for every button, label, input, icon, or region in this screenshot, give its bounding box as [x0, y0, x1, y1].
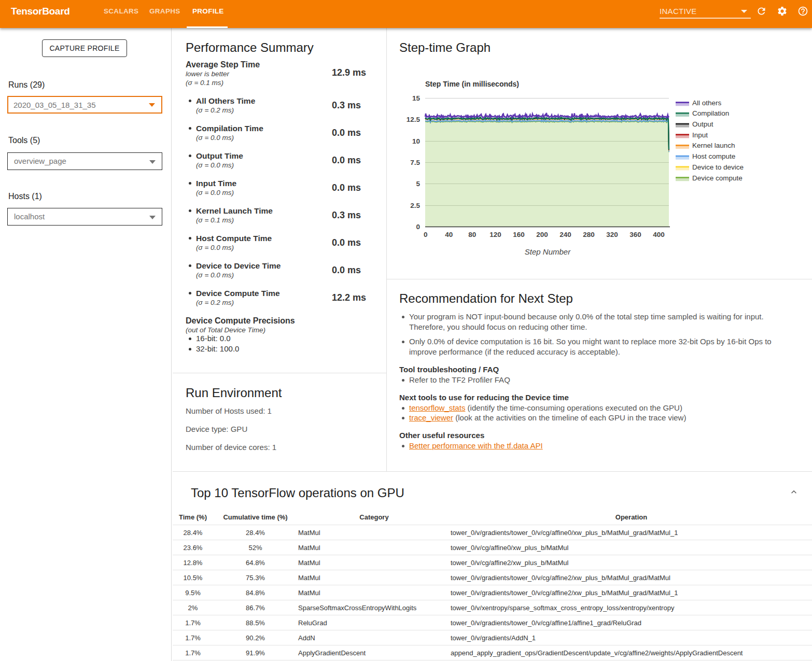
svg-text:5: 5: [416, 180, 420, 188]
svg-text:Step Number: Step Number: [525, 247, 571, 256]
svg-text:0: 0: [416, 223, 420, 231]
svg-text:Kernel launch: Kernel launch: [692, 142, 735, 149]
svg-text:280: 280: [583, 231, 595, 238]
svg-text:80: 80: [468, 231, 476, 238]
svg-text:Compilation: Compilation: [692, 109, 729, 117]
svg-text:15: 15: [412, 94, 421, 102]
svg-text:2.5: 2.5: [410, 202, 420, 209]
svg-text:160: 160: [513, 231, 525, 238]
svg-text:360: 360: [629, 231, 641, 238]
svg-text:400: 400: [653, 231, 665, 238]
svg-text:12.5: 12.5: [407, 116, 421, 123]
svg-text:240: 240: [559, 231, 571, 238]
svg-text:Device compute: Device compute: [692, 174, 743, 182]
svg-text:All others: All others: [692, 99, 722, 107]
svg-text:7.5: 7.5: [410, 159, 420, 166]
svg-text:Host compute: Host compute: [692, 152, 735, 160]
svg-text:40: 40: [445, 231, 453, 238]
svg-text:Step Time (in milliseconds): Step Time (in milliseconds): [425, 80, 519, 88]
svg-text:Device to device: Device to device: [692, 163, 744, 171]
svg-text:Output: Output: [692, 120, 713, 128]
svg-text:10: 10: [412, 137, 420, 145]
svg-text:0: 0: [424, 231, 428, 238]
svg-text:320: 320: [606, 231, 618, 238]
svg-text:Input: Input: [692, 131, 708, 139]
svg-text:200: 200: [536, 231, 548, 238]
svg-text:120: 120: [489, 231, 501, 238]
